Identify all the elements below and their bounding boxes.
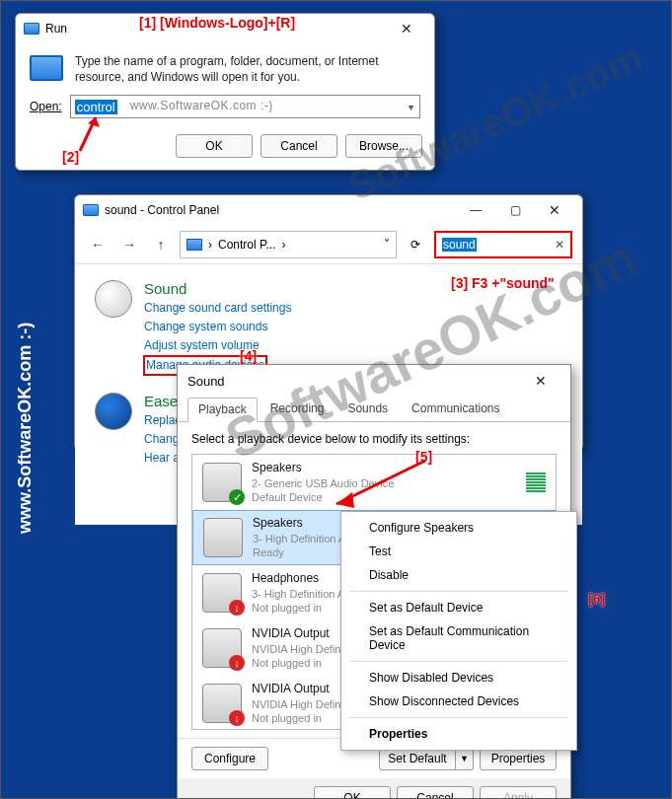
ctx-configure-speakers[interactable]: Configure Speakers [341,516,576,540]
breadcrumb[interactable]: Control P... [218,238,275,252]
ease-of-access-icon [95,393,132,430]
close-icon[interactable]: ✕ [521,367,560,395]
monitor-icon: ↓ [202,684,242,723]
close-icon[interactable]: ✕ [535,196,574,224]
speaker-icon [203,518,243,557]
separator [349,591,568,592]
back-icon[interactable]: ← [85,232,111,257]
device-status: Default Device [252,490,516,504]
speaker-icon: ✓ [202,463,242,502]
annotation-6: [6] [588,591,605,607]
ctx-set-default-comm[interactable]: Set as Default Communication Device [341,619,576,657]
sound-dialog-title: Sound [187,374,225,389]
close-icon[interactable]: ✕ [387,15,426,42]
volume-meter-icon [526,472,546,492]
open-input-value: control [75,100,117,114]
browse-button[interactable]: Browse... [345,134,422,158]
device-name: Speakers [252,461,516,476]
cancel-button[interactable]: Cancel [397,786,474,799]
run-big-icon [30,55,63,81]
sound-category-icon [95,280,132,318]
tab-recording[interactable]: Recording [260,397,336,421]
separator [349,661,568,662]
apply-button[interactable]: Apply [480,786,557,799]
control-panel-icon [187,239,202,251]
ok-button[interactable]: OK [176,134,253,158]
ctx-properties[interactable]: Properties [341,722,576,746]
tab-communications[interactable]: Communications [401,397,510,421]
sound-category-title: Sound [144,280,291,297]
tab-sounds[interactable]: Sounds [336,397,399,421]
ctx-set-default[interactable]: Set as Default Device [341,596,576,619]
address-bar[interactable]: › Control P... › ˅ [180,231,397,258]
device-row[interactable]: ✓ Speakers 2- Generic USB Audio Device D… [192,455,556,510]
clear-search-icon[interactable]: ✕ [555,238,564,252]
forward-icon[interactable]: → [116,232,142,257]
run-icon [24,23,39,35]
playback-hint: Select a playback device below to modify… [191,432,557,446]
control-panel-icon [83,204,99,216]
cp-title: sound - Control Panel [105,203,219,217]
ctx-test[interactable]: Test [341,540,576,563]
ctx-disable[interactable]: Disable [341,563,576,587]
link-adjust-volume[interactable]: Adjust system volume [144,336,291,355]
tab-playback[interactable]: Playback [187,398,258,422]
run-description: Type the name of a program, folder, docu… [75,53,420,85]
run-title: Run [45,22,67,36]
ctx-show-disabled[interactable]: Show Disabled Devices [341,666,576,690]
open-input-watermark: www.SoftwareOK.com :-) [130,99,273,112]
minimize-icon[interactable]: — [456,196,495,224]
context-menu: Configure Speakers Test Disable Set as D… [340,511,577,751]
search-value: sound [442,238,477,252]
device-sub: 2- Generic USB Audio Device [252,476,516,490]
open-label: Open: [30,100,62,113]
ctx-show-disconnected[interactable]: Show Disconnected Devices [341,690,576,713]
refresh-icon[interactable]: ⟳ [403,238,428,252]
sidebar-watermark: www.SoftwareOK.com :-) [15,323,36,534]
cancel-button[interactable]: Cancel [261,134,337,158]
ok-button[interactable]: OK [314,786,391,799]
monitor-icon: ↓ [202,628,242,668]
up-icon[interactable]: ↑ [148,232,174,257]
headphones-icon: ↓ [202,573,242,613]
link-change-sound-card[interactable]: Change sound card settings [144,299,291,318]
maximize-icon[interactable]: ▢ [495,196,535,224]
open-input[interactable]: control www.SoftwareOK.com :-) ▾ [70,95,420,118]
separator [349,717,568,718]
link-change-system-sounds[interactable]: Change system sounds [144,318,291,336]
configure-button[interactable]: Configure [191,747,268,770]
search-input[interactable]: sound ✕ [434,231,572,258]
chevron-down-icon[interactable]: ▾ [409,102,413,112]
